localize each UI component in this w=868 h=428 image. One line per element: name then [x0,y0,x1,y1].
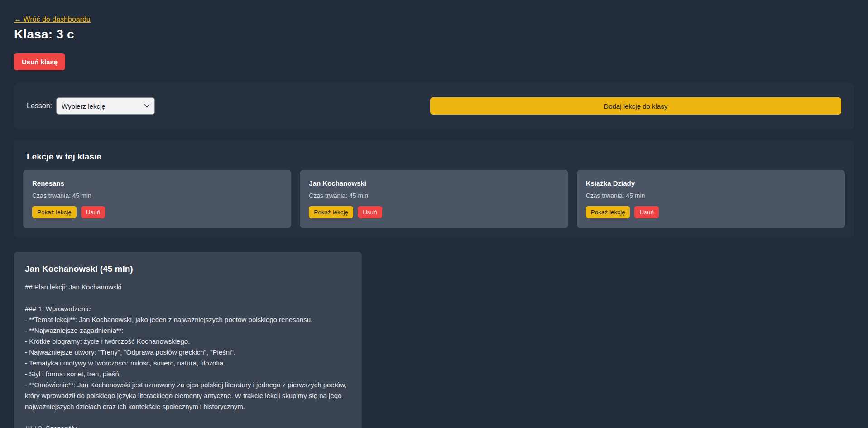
delete-class-button[interactable]: Usuń klasę [14,53,65,70]
show-lesson-button[interactable]: Pokaż lekcję [586,206,630,218]
lesson-detail-panel: Jan Kochanowski (45 min) ## Plan lekcji:… [14,252,362,428]
delete-lesson-button[interactable]: Usuń [634,206,659,218]
lesson-detail-heading: Jan Kochanowski (45 min) [25,264,351,274]
lesson-select-group: Lesson: Wybierz lekcję [27,97,155,115]
lesson-select-wrap: Wybierz lekcję [56,97,155,115]
lessons-heading: Lekcje w tej klasie [27,152,845,162]
lesson-select-label: Lesson: [27,102,52,110]
page-content: ← Wróć do dashboardu Klasa: 3 c Usuń kla… [0,0,868,428]
lesson-cards-row: Renesans Czas trwania: 45 min Pokaż lekc… [23,170,845,228]
lesson-card: Jan Kochanowski Czas trwania: 45 min Pok… [300,170,568,228]
add-lesson-to-class-button[interactable]: Dodaj lekcję do klasy [430,97,841,115]
page-title: Klasa: 3 c [14,27,854,42]
lesson-card-duration: Czas trwania: 45 min [309,192,559,199]
lesson-select[interactable]: Wybierz lekcję [56,97,155,115]
lesson-card: Renesans Czas trwania: 45 min Pokaż lekc… [23,170,291,228]
lesson-card-title: Jan Kochanowski [309,179,559,187]
lesson-card-buttons: Pokaż lekcję Usuń [32,206,282,218]
lesson-card-duration: Czas trwania: 45 min [32,192,282,199]
lessons-panel: Lekcje w tej klasie Renesans Czas trwani… [14,140,854,237]
add-lesson-panel: Lesson: Wybierz lekcję Dodaj lekcję do k… [14,83,854,129]
delete-lesson-button[interactable]: Usuń [358,206,382,218]
delete-lesson-button[interactable]: Usuń [81,206,106,218]
lesson-card-buttons: Pokaż lekcję Usuń [309,206,559,218]
show-lesson-button[interactable]: Pokaż lekcję [309,206,353,218]
show-lesson-button[interactable]: Pokaż lekcję [32,206,77,218]
lesson-card: Książka Dziady Czas trwania: 45 min Poka… [577,170,845,228]
lesson-card-title: Renesans [32,179,282,187]
lesson-card-title: Książka Dziady [586,179,836,187]
lesson-card-duration: Czas trwania: 45 min [586,192,836,199]
lesson-card-buttons: Pokaż lekcję Usuń [586,206,836,218]
lesson-detail-body: ## Plan lekcji: Jan Kochanowski ### 1. W… [25,282,351,428]
back-to-dashboard-link[interactable]: ← Wróć do dashboardu [14,15,91,24]
